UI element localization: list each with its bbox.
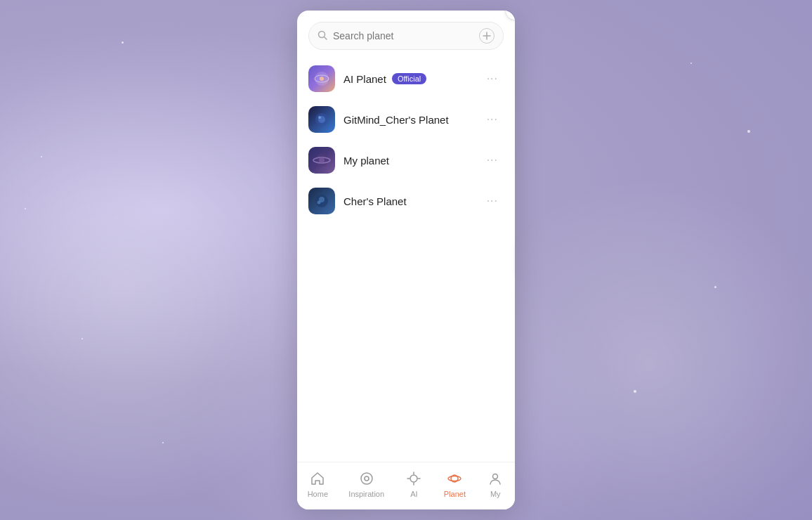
inspiration-icon xyxy=(359,471,374,488)
modal-container: × xyxy=(297,11,515,509)
official-badge: Official xyxy=(392,73,426,84)
planet-modal: × xyxy=(297,11,515,509)
planet-list: AI Planet Official ··· xyxy=(297,58,515,221)
svg-point-21 xyxy=(493,474,498,479)
planet-avatar-chers xyxy=(308,188,335,214)
search-input[interactable] xyxy=(333,30,473,41)
nav-ai[interactable]: AI xyxy=(396,468,431,501)
planet-name-my: My planet xyxy=(343,155,389,167)
more-menu-chers[interactable]: ··· xyxy=(481,192,504,210)
svg-point-12 xyxy=(319,157,325,163)
svg-point-15 xyxy=(317,201,321,204)
planet-name-gitmind: GitMind_Cher's Planet xyxy=(343,114,449,126)
svg-point-16 xyxy=(361,473,372,484)
more-menu-ai[interactable]: ··· xyxy=(481,70,504,88)
nav-home-label: Home xyxy=(308,490,328,498)
ai-icon xyxy=(406,471,421,488)
planet-item-gitmind[interactable]: GitMind_Cher's Planet ··· xyxy=(297,99,515,140)
search-bar xyxy=(308,22,504,50)
star xyxy=(714,286,716,288)
nav-my[interactable]: My xyxy=(478,468,513,501)
svg-point-20 xyxy=(448,476,461,481)
nav-inspiration-label: Inspiration xyxy=(348,490,384,498)
planet-icon xyxy=(447,471,462,488)
planet-item-my[interactable]: My planet ··· xyxy=(297,140,515,181)
planet-name-chers: Cher's Planet xyxy=(343,195,407,207)
svg-line-1 xyxy=(325,37,327,39)
star xyxy=(122,41,124,44)
nav-planet-label: Planet xyxy=(444,490,466,498)
planet-item-ai[interactable]: AI Planet Official ··· xyxy=(297,58,515,99)
planet-info-ai: AI Planet Official xyxy=(343,73,473,85)
nav-planet[interactable]: Planet xyxy=(436,468,474,501)
more-menu-gitmind[interactable]: ··· xyxy=(481,110,504,129)
more-menu-my[interactable]: ··· xyxy=(481,151,504,169)
planet-item-chers[interactable]: Cher's Planet ··· xyxy=(297,181,515,221)
svg-point-6 xyxy=(320,77,324,81)
star xyxy=(747,130,750,133)
star xyxy=(634,390,636,393)
nav-home[interactable]: Home xyxy=(299,468,336,501)
star xyxy=(690,63,692,64)
nav-inspiration[interactable]: Inspiration xyxy=(340,468,393,501)
planet-avatar-gitmind xyxy=(308,106,335,133)
star xyxy=(162,442,164,443)
search-icon xyxy=(317,30,327,42)
svg-point-9 xyxy=(318,116,321,119)
planet-avatar-ai xyxy=(308,65,335,92)
my-icon xyxy=(487,471,503,488)
add-planet-button[interactable] xyxy=(479,28,495,44)
nav-ai-label: AI xyxy=(410,490,417,498)
planet-info-chers: Cher's Planet xyxy=(343,195,473,207)
bottom-nav: Home Inspiration AI xyxy=(297,462,515,509)
svg-point-18 xyxy=(410,475,417,482)
svg-point-17 xyxy=(365,476,369,481)
star xyxy=(81,338,83,339)
modal-content: AI Planet Official ··· xyxy=(297,11,515,462)
planet-name-ai: AI Planet xyxy=(343,73,386,85)
planet-info-my: My planet xyxy=(343,155,473,167)
home-icon xyxy=(310,471,325,488)
planet-avatar-my xyxy=(308,147,335,174)
star xyxy=(41,156,42,157)
star xyxy=(25,208,26,209)
planet-info-gitmind: GitMind_Cher's Planet xyxy=(343,114,473,126)
nav-my-label: My xyxy=(490,490,501,498)
